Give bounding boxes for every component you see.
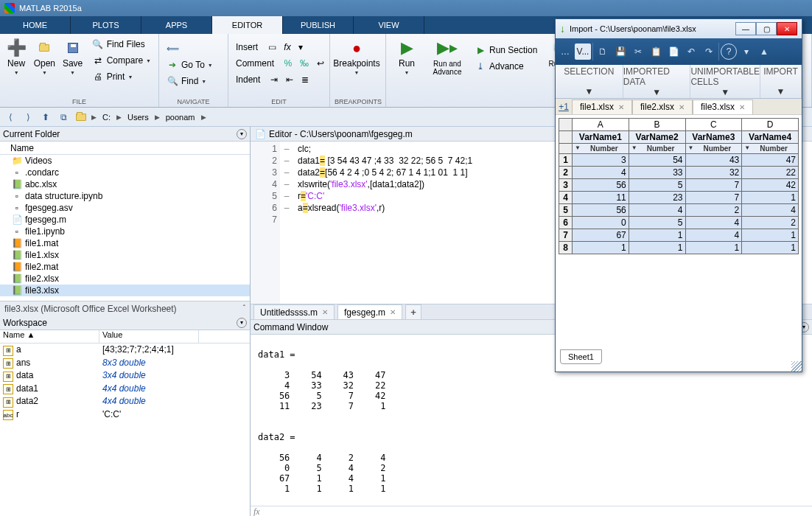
tab-plots[interactable]: PLOTS <box>71 16 141 34</box>
qb-undo-icon[interactable]: ↶ <box>683 43 699 60</box>
file-row[interactable]: 📙file1.mat <box>0 237 250 249</box>
ws-row[interactable]: ⊞data3x4 double <box>0 369 250 383</box>
import-add-tab[interactable]: +1 <box>556 102 572 112</box>
up-button[interactable]: ⬆ <box>38 111 53 124</box>
var-icon: abc <box>3 410 13 420</box>
qb-paste-icon[interactable]: 📄 <box>665 43 682 60</box>
fx-prompt[interactable]: fx <box>251 506 812 516</box>
qb-collapse-icon[interactable]: ▲ <box>756 43 772 60</box>
crumb-users[interactable]: Users <box>125 113 152 122</box>
qb-save-icon[interactable]: 💾 <box>612 43 629 60</box>
file-row[interactable]: 📗abc.xlsx <box>0 178 250 190</box>
file-row[interactable]: 📗file3.xlsx <box>0 285 250 296</box>
qb-left-icon[interactable]: … <box>557 43 573 60</box>
close-icon[interactable]: ✕ <box>739 103 745 111</box>
nav-back-button[interactable]: ⟸ <box>164 41 216 56</box>
file-row[interactable]: 📗file1.xlsx <box>0 249 250 261</box>
tab-apps[interactable]: APPS <box>141 16 212 34</box>
ws-row[interactable]: ⊞ans8x3 double <box>0 357 250 370</box>
grp-un-dd[interactable]: ▼ <box>721 87 729 97</box>
insert-fx-icon[interactable]: fx <box>284 42 290 52</box>
qb-redo-icon[interactable]: ↷ <box>701 43 717 60</box>
crumb-poonam[interactable]: poonam <box>163 113 198 122</box>
back-button[interactable]: ⟨ <box>3 111 18 124</box>
close-icon[interactable]: ✕ <box>618 103 624 111</box>
m-icon: 📄 <box>12 215 22 225</box>
save-button[interactable]: Save▼ <box>60 35 84 79</box>
file-row[interactable]: 📁Videos <box>0 155 250 167</box>
insert-section-icon[interactable]: ▭ <box>268 42 276 52</box>
uncomment-icon[interactable]: ‰ <box>300 58 309 69</box>
maximize-button[interactable]: ▢ <box>756 22 777 35</box>
indent-icon[interactable]: ⇥ <box>270 74 278 85</box>
tab-home[interactable]: HOME <box>0 16 71 34</box>
editor-tab-fgesgeg[interactable]: fgesgeg.m✕ <box>337 304 402 319</box>
tab-editor[interactable]: EDITOR <box>212 16 283 34</box>
file-row[interactable]: 📗file2.xlsx <box>0 273 250 285</box>
file-row[interactable]: ▫file1.ipynb <box>0 226 250 237</box>
run-section-button[interactable]: ▶Run Section <box>472 43 540 57</box>
qb-menu-icon[interactable]: ▾ <box>738 43 755 60</box>
comment-button[interactable]: Comment % ‰ ↩ <box>233 56 327 71</box>
tab-publish[interactable]: PUBLISH <box>283 16 354 34</box>
cf-menu-icon[interactable]: ▾ <box>237 129 247 139</box>
new-tab-button[interactable]: + <box>405 304 421 319</box>
find-button[interactable]: 🔍Find ▼ <box>164 74 216 88</box>
file-row[interactable]: 📄fgesgeg.m <box>0 214 250 226</box>
qb-cut-icon[interactable]: ✂ <box>630 43 646 60</box>
breakpoints-button[interactable]: ●Breakpoints▼ <box>335 35 379 79</box>
run-button[interactable]: ▶Run▼ <box>391 35 423 79</box>
compare-button[interactable]: ⇄Compare ▼ <box>89 53 154 68</box>
advance-button[interactable]: ⤓Advance <box>472 59 540 74</box>
resize-handle[interactable] <box>791 361 802 372</box>
close-icon[interactable]: ✕ <box>390 308 396 316</box>
indent-button[interactable]: Indent ⇥ ⇤ ≣ <box>233 72 327 87</box>
file-row[interactable]: ▫.condarc <box>0 167 250 178</box>
insert-button[interactable]: Insert ▭ fx ▾ <box>233 40 327 55</box>
run-advance-button[interactable]: ▶▸Run and Advance <box>427 35 467 78</box>
minimize-button[interactable]: — <box>735 22 756 35</box>
ws-columns[interactable]: Name ▲Value <box>0 330 250 344</box>
comment-pct-icon[interactable]: % <box>284 58 293 69</box>
grp-sel-dd[interactable]: ▼ <box>584 86 593 97</box>
sheet-tab[interactable]: Sheet1 <box>560 349 602 364</box>
goto-button[interactable]: ➔Go To ▼ <box>164 57 216 72</box>
find-files-button[interactable]: 🔍Find Files <box>89 37 154 52</box>
path-split-icon[interactable]: ⧉ <box>56 111 71 124</box>
ws-col-value: Value <box>99 330 199 343</box>
fwd-button[interactable]: ⟩ <box>21 111 35 124</box>
smart-indent-icon[interactable]: ≣ <box>301 74 309 85</box>
qb-variables-tab[interactable]: V... <box>575 43 591 60</box>
qb-new-icon[interactable]: 🗋 <box>595 43 611 60</box>
import-tab-3[interactable]: file3.xlsx✕ <box>693 100 753 114</box>
close-button[interactable]: ✕ <box>777 22 797 35</box>
tab-view[interactable]: VIEW <box>354 16 424 34</box>
import-tab-1[interactable]: file1.xlsx✕ <box>572 100 632 114</box>
cf-columns[interactable]: Name <box>0 142 250 155</box>
ws-row[interactable]: abcr'C:C' <box>0 408 250 422</box>
outdent-icon[interactable]: ⇤ <box>286 74 293 85</box>
grp-imp-dd[interactable]: ▼ <box>652 87 661 97</box>
print-button[interactable]: 🖨Print ▼ <box>89 69 154 84</box>
qb-copy-icon[interactable]: 📋 <box>648 43 664 60</box>
qb-help-icon[interactable]: ? <box>721 43 737 60</box>
import-data-table[interactable]: ABCDVarName1VarName2VarName3VarName4▼Num… <box>559 118 799 254</box>
crumb-c[interactable]: C: <box>99 113 113 122</box>
close-icon[interactable]: ✕ <box>679 103 685 111</box>
wrap-icon[interactable]: ↩ <box>317 58 324 69</box>
import-tab-2[interactable]: file2.xlsx✕ <box>632 100 693 114</box>
new-button[interactable]: ➕New▼ <box>4 35 28 79</box>
file-row[interactable]: ▫data structure.ipynb <box>0 190 250 202</box>
ws-row[interactable]: ⊞data24x4 double <box>0 395 250 408</box>
ws-row[interactable]: ⊞data14x4 double <box>0 383 250 396</box>
file-row[interactable]: 📙file2.mat <box>0 261 250 273</box>
file-row[interactable]: ▫fgesgeg.asv <box>0 202 250 214</box>
close-icon[interactable]: ✕ <box>322 308 328 316</box>
cf-expand-icon[interactable]: ˆ <box>243 304 245 313</box>
ws-menu-icon[interactable]: ▾ <box>237 318 247 328</box>
open-button[interactable]: Open▼ <box>32 35 56 79</box>
editor-tab-untitled[interactable]: Untitledssss.m✕ <box>253 304 335 319</box>
ws-row[interactable]: ⊞a[43;32;7;7;2;4;4;1] <box>0 344 250 357</box>
grp-import-dd[interactable]: ▼ <box>777 86 785 97</box>
insert-more-icon[interactable]: ▾ <box>298 42 303 52</box>
